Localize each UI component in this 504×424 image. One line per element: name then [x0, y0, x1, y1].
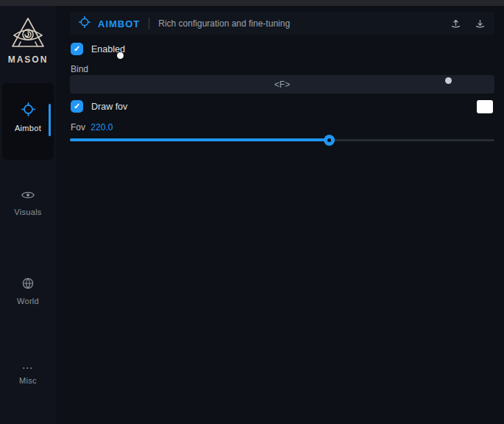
section-subtitle: Rich configuration and fine-tuning [158, 18, 437, 29]
sidebar-item-visuals[interactable]: Visuals [0, 190, 56, 216]
draw-fov-row: Draw fov [71, 100, 127, 113]
app-logo-label: MASON [0, 54, 56, 65]
active-indicator [49, 104, 51, 136]
bind-label: Bind [71, 64, 88, 74]
ellipsis-icon: ⋯ [0, 364, 56, 372]
enabled-row: Enabled [71, 43, 125, 55]
section-header: AIMBOT Rich configuration and fine-tunin… [70, 12, 494, 35]
sidebar-item-aimbot[interactable]: Aimbot [2, 83, 54, 160]
draw-fov-checkbox[interactable] [71, 100, 83, 113]
window-top-strip [0, 0, 504, 6]
enabled-checkbox[interactable] [71, 43, 83, 55]
section-title: AIMBOT [98, 18, 140, 29]
fov-value: 220.0 [90, 122, 113, 132]
enabled-label: Enabled [91, 44, 125, 54]
fov-color-swatch[interactable] [477, 100, 493, 113]
crosshair-icon [2, 102, 54, 119]
slider-thumb[interactable] [324, 135, 335, 146]
eye-icon [0, 190, 56, 203]
sidebar: MASON Aimbot Visuals World [0, 6, 56, 424]
fov-slider[interactable] [70, 135, 494, 145]
bind-value: <F> [274, 80, 290, 90]
header-separator [149, 18, 149, 29]
sidebar-item-label: Misc [0, 376, 56, 385]
sidebar-item-label: World [0, 297, 56, 305]
main-panel: AIMBOT Rich configuration and fine-tunin… [56, 6, 504, 424]
fov-label-text: Fov [71, 122, 85, 132]
masonic-eye-icon [0, 16, 56, 52]
bind-input[interactable]: <F> [70, 75, 494, 93]
sidebar-item-label: Aimbot [2, 124, 54, 132]
draw-fov-label: Draw fov [91, 102, 127, 112]
crosshair-icon [79, 16, 90, 31]
sidebar-item-world[interactable]: World [0, 278, 56, 305]
fov-label: Fov 220.0 [71, 122, 113, 132]
app-logo: MASON [0, 16, 56, 65]
sidebar-item-misc[interactable]: ⋯ Misc [0, 364, 56, 385]
upload-icon[interactable] [450, 18, 461, 29]
download-icon[interactable] [475, 18, 486, 29]
sidebar-item-label: Visuals [0, 208, 56, 216]
slider-fill [70, 138, 329, 141]
globe-icon [0, 278, 56, 292]
